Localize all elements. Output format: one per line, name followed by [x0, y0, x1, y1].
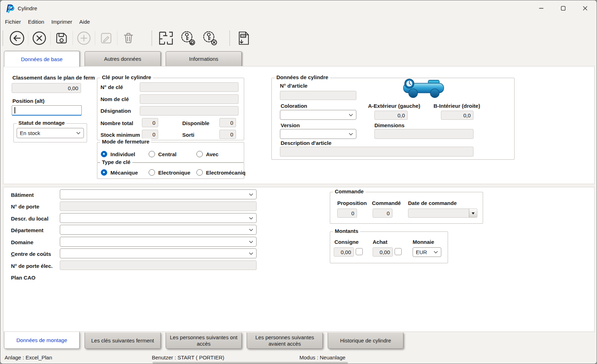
type-de-cle-group: Type de clé Mécanique Electronique Elect… — [97, 163, 244, 179]
nombre-total-input[interactable]: 0 — [142, 118, 158, 127]
achat-checkbox[interactable] — [395, 248, 402, 255]
radio-individuel[interactable]: Individuel — [101, 151, 135, 157]
domaine-select[interactable] — [60, 237, 257, 247]
monnaie-label: Monnaie — [413, 239, 434, 245]
save-button[interactable] — [51, 28, 73, 48]
centre-de-couts-select[interactable] — [60, 248, 257, 258]
menu-imprimer[interactable]: Imprimer — [48, 19, 76, 25]
statut-de-montage-select[interactable]: En stock — [17, 128, 84, 138]
radio-mecanique[interactable]: Mécanique — [101, 169, 138, 176]
b-interieur-input[interactable]: 0,0 — [441, 111, 473, 120]
tab-label: Les clés suivantes ferment — [91, 337, 154, 344]
dimensions-input[interactable] — [374, 129, 473, 139]
app-window: Cylindre Fichier Edition Imprimer Aide — [0, 0, 597, 364]
radio-avec[interactable]: Avec — [196, 151, 218, 157]
date-de-commande-select[interactable] — [408, 209, 477, 218]
menu-edition[interactable]: Edition — [24, 19, 48, 25]
num-article-input[interactable] — [280, 91, 356, 100]
tab-informations[interactable]: Informations — [166, 51, 242, 66]
maximize-button[interactable] — [552, 0, 574, 16]
status-benutzer: Benutzer : START ( PORTIER) — [152, 354, 224, 360]
toolbar-grip[interactable] — [2, 31, 4, 46]
tab-personnes-avaient-acces[interactable]: Les personnes suivantes avaient accès — [247, 333, 323, 349]
edit-button[interactable] — [95, 28, 117, 48]
nom-cle-label: Nom de clé — [101, 96, 129, 102]
commande-input[interactable]: 0 — [373, 209, 392, 218]
cancel-button[interactable] — [28, 28, 50, 48]
sorti-label: Sorti — [182, 132, 194, 138]
disponible-value: 0 — [230, 120, 233, 126]
csv-badge-text: CSV — [241, 35, 246, 37]
toolbar-grip[interactable] — [151, 31, 153, 46]
radio-icon — [149, 169, 155, 176]
coloration-select[interactable] — [280, 110, 356, 120]
close-button[interactable] — [574, 0, 596, 16]
toolbar-grip[interactable] — [229, 31, 231, 46]
radio-label: Avec — [206, 151, 218, 157]
departement-label: Département — [11, 227, 44, 233]
delete-button[interactable] — [117, 28, 139, 48]
tab-cles-suivantes-ferment[interactable]: Les clés suivantes ferment — [85, 333, 161, 349]
radio-electromecanique[interactable]: Electromécanique — [196, 169, 246, 176]
key-link-button[interactable] — [177, 28, 199, 48]
sorti-input[interactable]: 0 — [219, 130, 236, 139]
b-interieur-label: B-Intérieur (droite) — [434, 103, 480, 109]
tab-donnees-de-montage[interactable]: Données de montage — [4, 332, 80, 349]
commande-value: 0 — [387, 210, 390, 216]
menu-fichier[interactable]: Fichier — [1, 19, 24, 25]
radio-electronique[interactable]: Electronique — [149, 169, 190, 176]
position-alt-input[interactable] — [12, 105, 82, 116]
chevron-down-icon — [249, 217, 253, 220]
stock-minimum-value: 0 — [153, 131, 155, 137]
tab-donnees-de-base[interactable]: Données de base — [4, 51, 80, 67]
add-button[interactable] — [73, 28, 95, 48]
stock-minimum-input[interactable]: 0 — [142, 130, 158, 139]
departement-select[interactable] — [60, 225, 257, 235]
tab-historique-de-cylindre[interactable]: Historique de cylindre — [328, 333, 403, 349]
description-article-input[interactable] — [280, 147, 473, 157]
text-caret — [15, 107, 15, 113]
proposition-input[interactable]: 0 — [337, 209, 357, 218]
tab-personnes-ont-acces[interactable]: Les personnes suivantes ont accès — [166, 333, 242, 349]
back-button[interactable] — [6, 28, 28, 48]
nom-cle-input[interactable] — [140, 94, 239, 104]
descr-local-select[interactable] — [60, 213, 257, 223]
status-modus: Modus : Neuanlage — [299, 354, 345, 360]
achat-input[interactable]: 0,00 — [373, 247, 393, 257]
version-select[interactable] — [280, 129, 356, 139]
minimize-button[interactable] — [530, 0, 552, 16]
batiment-select[interactable] — [60, 189, 257, 199]
horizontal-scrollbar[interactable] — [153, 362, 348, 364]
proposition-value: 0 — [351, 210, 354, 216]
a-exterieur-input[interactable]: 0,0 — [374, 111, 408, 120]
monnaie-select[interactable]: EUR — [413, 247, 441, 257]
radio-central[interactable]: Central — [149, 151, 177, 157]
classement-input[interactable]: 0,00 — [12, 83, 81, 93]
proposition-label: Proposition — [337, 200, 367, 206]
disponible-input[interactable]: 0 — [219, 118, 236, 127]
key-unlink-button[interactable] — [199, 28, 221, 48]
tab-autres-donnees[interactable]: Autres données — [85, 51, 161, 66]
designation-input[interactable] — [140, 106, 239, 116]
commande-group: Commande Proposition Commandé Date de co… — [330, 192, 483, 224]
batiment-label: Bâtiment — [11, 192, 34, 198]
menu-aide[interactable]: Aide — [76, 19, 93, 25]
cancel-icon — [32, 31, 47, 46]
monnaie-value: EUR — [416, 249, 427, 255]
num-porte-elec-input[interactable] — [60, 260, 257, 270]
montants-group: Montants Consigne Achat Monnaie 0,00 0,0… — [330, 231, 448, 263]
app-logo-icon — [5, 4, 15, 13]
radio-selected-icon — [101, 151, 107, 157]
description-article-label: Description d'article — [281, 140, 332, 146]
radio-label: Electronique — [158, 170, 190, 176]
radio-icon — [196, 169, 203, 176]
locking-plan-button[interactable] — [155, 28, 177, 48]
consigne-checkbox[interactable] — [356, 248, 363, 255]
csv-export-button[interactable]: CSV — [233, 28, 255, 48]
chevron-down-icon — [249, 240, 253, 243]
num-porte-input[interactable] — [60, 201, 257, 211]
consigne-input[interactable]: 0,00 — [334, 247, 354, 257]
tab-label: Informations — [189, 56, 218, 62]
num-cle-input[interactable] — [140, 82, 239, 92]
combo-arrow-button[interactable] — [469, 209, 477, 217]
